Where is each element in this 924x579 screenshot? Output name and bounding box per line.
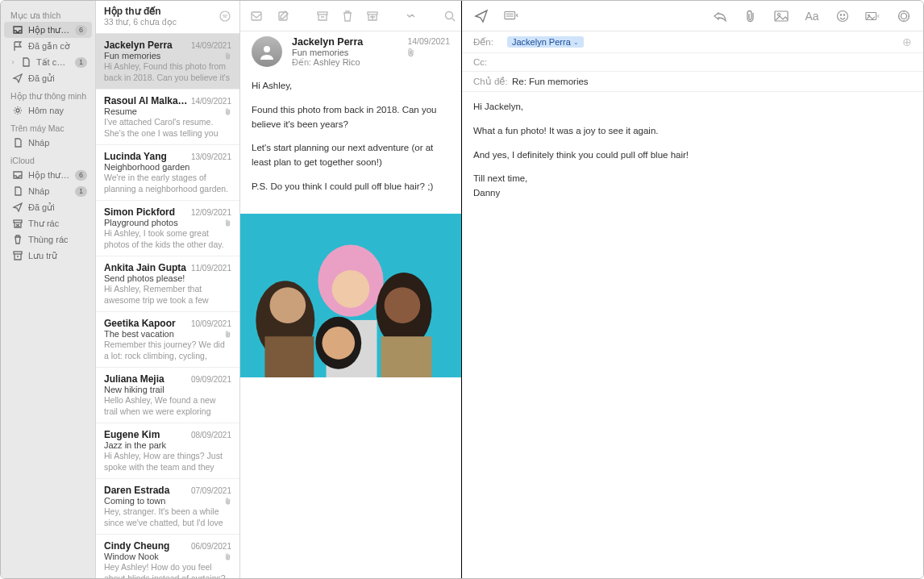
message-preview: We're in the early stages of planning a … — [104, 172, 231, 194]
svg-rect-7 — [368, 12, 377, 15]
message-item[interactable]: Simon Pickford12/09/2021Playground photo… — [96, 201, 239, 256]
sidebar-item[interactable]: Thư rác — [4, 215, 92, 231]
sidebar-item[interactable]: Hộp thư …6 — [4, 167, 92, 183]
reader-paragraph: Let's start planning our next adventure … — [252, 141, 450, 170]
cc-field[interactable]: Cc: — [462, 53, 923, 72]
message-subject: Neighborhood garden — [104, 162, 231, 172]
svg-rect-1 — [14, 220, 22, 223]
archive-icon — [12, 250, 23, 261]
attachment-icon — [225, 107, 231, 116]
message-preview: Hi Ashley, How are things? Just spoke wi… — [104, 450, 231, 472]
add-recipient-icon[interactable]: ⊕ — [902, 35, 912, 48]
message-item[interactable]: Geetika Kapoor10/09/2021The best vacatio… — [96, 312, 239, 368]
reply-icon[interactable] — [250, 8, 264, 24]
reader-header: Jackelyn Perra Fun memories Đến: Ashley … — [240, 31, 461, 76]
reader-body: Hi Ashley,Found this photo from back in … — [240, 76, 461, 214]
message-subject: New hiking trail — [104, 385, 231, 394]
message-item[interactable]: Rasoul Al Malkawi14/09/2021ResumeI've at… — [96, 90, 239, 145]
sidebar-item[interactable]: ›Tất cả thư n…1 — [4, 54, 92, 70]
compose-pane: Aa Đến: Jackelyn Perra⌄ ⊕ Cc: Chủ đề: Re… — [462, 1, 923, 578]
search-icon[interactable] — [443, 8, 456, 24]
count-badge: 6 — [75, 25, 87, 35]
sidebar-item[interactable]: Hộp thư đến6 — [4, 22, 92, 38]
svg-rect-22 — [505, 11, 515, 19]
to-field[interactable]: Đến: Jackelyn Perra⌄ ⊕ — [462, 31, 923, 53]
count-badge: 6 — [75, 170, 87, 181]
count-badge: 1 — [75, 186, 87, 197]
message-item[interactable]: Eugene Kim08/09/2021Jazz in the parkHi A… — [96, 423, 239, 479]
send-icon[interactable] — [473, 8, 489, 24]
sidebar-item[interactable]: Thùng rác — [4, 231, 92, 248]
message-item[interactable]: Juliana Mejia09/09/2021New hiking trailH… — [96, 368, 239, 423]
delete-icon[interactable] — [342, 8, 353, 24]
message-subject: Resume — [104, 106, 222, 116]
message-subject: Coming to town — [104, 496, 222, 506]
svg-point-31 — [901, 13, 907, 19]
media-dropdown-icon[interactable] — [865, 8, 881, 24]
message-subject: Playground photos — [104, 218, 222, 227]
svg-point-8 — [446, 11, 453, 19]
markup-icon[interactable] — [896, 8, 912, 24]
message-item[interactable]: Daren Estrada07/09/2021Coming to townHey… — [96, 479, 239, 535]
message-list[interactable]: Jackelyn Perra14/09/2021Fun memoriesHi A… — [96, 34, 239, 578]
svg-point-20 — [385, 287, 421, 323]
message-date: 08/09/2021 — [191, 431, 231, 439]
sidebar-item[interactable]: Nháp1 — [4, 183, 92, 199]
compose-paragraph: And yes, I definitely think you could pu… — [473, 148, 912, 163]
header-fields-icon[interactable] — [504, 8, 520, 24]
sidebar-item[interactable]: Lưu trữ — [4, 248, 92, 264]
message-preview: Remember this journey? We did a lot: roc… — [104, 339, 231, 360]
emoji-icon[interactable] — [835, 8, 851, 24]
message-preview: Hi Ashley, Remember that awesome trip we… — [104, 283, 231, 305]
message-sender: Geetika Kapoor — [104, 318, 188, 329]
gear-icon — [12, 105, 23, 116]
message-preview: Hey Ashley! How do you feel about blinds… — [104, 561, 231, 578]
message-item[interactable]: Jackelyn Perra14/09/2021Fun memoriesHi A… — [96, 34, 239, 90]
sidebar-item[interactable]: Hôm nay — [4, 102, 92, 119]
message-date: 06/09/2021 — [191, 542, 231, 551]
sidebar-item[interactable]: Nháp — [4, 135, 92, 151]
message-date: 10/09/2021 — [191, 319, 231, 328]
attach-icon[interactable] — [743, 8, 759, 24]
attachment-icon — [407, 48, 450, 57]
reader-sender: Jackelyn Perra — [292, 36, 397, 48]
message-date: 11/09/2021 — [191, 264, 231, 273]
subject-field[interactable]: Chủ đề: Re: Fun memories — [462, 72, 923, 92]
message-subject: Jazz in the park — [104, 440, 231, 450]
compose-paragraph: What a fun photo! It was a joy to see it… — [473, 124, 912, 139]
photo-icon[interactable] — [773, 8, 789, 24]
message-item[interactable]: Ankita Jain Gupta11/09/2021Send photos p… — [96, 256, 239, 312]
inbox-icon — [12, 169, 23, 181]
message-date: 07/09/2021 — [191, 486, 231, 495]
chevron-right-icon: › — [10, 58, 15, 66]
attachment-icon — [225, 52, 231, 60]
compose-body[interactable]: Hi Jackelyn,What a fun photo! It was a j… — [462, 92, 923, 219]
svg-rect-4 — [252, 12, 261, 20]
sidebar-item[interactable]: Đã gửi — [4, 70, 92, 86]
attachment-icon — [225, 219, 231, 227]
format-icon[interactable]: Aa — [804, 8, 820, 24]
svg-rect-6 — [318, 12, 327, 15]
filter-icon[interactable] — [219, 10, 231, 23]
sent-icon — [12, 73, 23, 84]
message-subject: The best vacation — [104, 329, 222, 339]
message-item[interactable]: Cindy Cheung06/09/2021Window NookHey Ash… — [96, 535, 239, 578]
message-item[interactable]: Lucinda Yang13/09/2021Neighborhood garde… — [96, 145, 239, 201]
doc-icon — [20, 56, 31, 68]
reply-arrow-icon[interactable] — [712, 8, 728, 24]
message-date: 09/09/2021 — [191, 375, 231, 384]
sidebar-item[interactable]: Đã gắn cờ — [4, 38, 92, 54]
reader-pane: Jackelyn Perra Fun memories Đến: Ashley … — [240, 1, 462, 578]
sidebar-section-title: iCloud — [1, 151, 95, 167]
more-icon[interactable] — [405, 8, 418, 24]
recipient-pill[interactable]: Jackelyn Perra⌄ — [507, 36, 584, 48]
compose-paragraph: Hi Jackelyn, — [473, 100, 912, 115]
archive-icon[interactable] — [316, 8, 329, 24]
compose-icon[interactable] — [277, 8, 290, 24]
reader-paragraph: P.S. Do you think I could pull off blue … — [252, 180, 450, 194]
message-preview: Hi Ashley, I took some great photos of t… — [104, 227, 231, 249]
junk-icon[interactable] — [366, 8, 379, 24]
sidebar-item-label: Hộp thư … — [28, 170, 70, 181]
sidebar-item[interactable]: Đã gửi — [4, 199, 92, 215]
sidebar-section-title: Trên máy Mac — [1, 119, 95, 135]
